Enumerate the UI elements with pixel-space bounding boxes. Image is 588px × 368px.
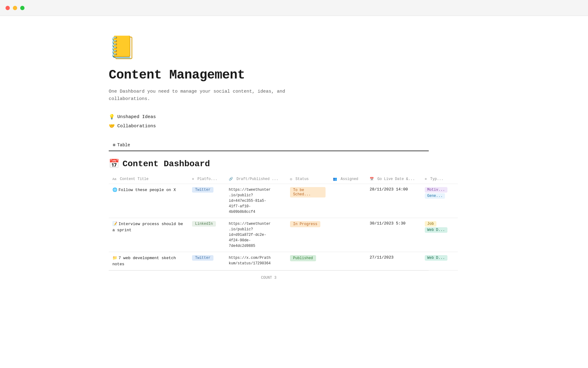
col-header-golive: 📅 Go Live Date &...	[366, 174, 421, 184]
url-text-0: https://tweethunter.io/public?id=447ec35…	[229, 188, 271, 214]
col-icon-golive: 📅	[370, 177, 374, 181]
section-icon: 📅	[109, 159, 119, 169]
collaborations-link[interactable]: 🤝 Collaborations	[109, 123, 429, 129]
status-badge-1: In Progress	[290, 221, 320, 227]
main-content: 📒 Content Management One Dashboard you n…	[0, 16, 429, 303]
col-header-title: Aa Content Title	[109, 174, 188, 184]
minimize-button[interactable]	[13, 6, 17, 10]
row-title-0: 🌐Follow these people on X	[112, 188, 176, 192]
row-title-2: 📁7 web development sketch notes	[112, 256, 176, 266]
section-title: 📅 Content Dashboard	[109, 159, 429, 169]
titlebar	[0, 0, 588, 16]
cell-platform-1: LinkedIn	[188, 218, 225, 252]
type-tag2-1: Web D...	[425, 227, 447, 233]
count-label: COUNT	[261, 276, 272, 280]
cell-status-2: Published	[286, 252, 329, 270]
table-section: ⊞ Table 📅 Content Dashboard Aa Content T…	[109, 140, 429, 285]
table-row[interactable]: 📁7 web development sketch notesTwitterht…	[109, 252, 458, 270]
table-header-row: Aa Content Title ≡ Platfo... 🔗 Draft/Pub…	[109, 174, 458, 184]
cell-type-0: Motiv...Gene...	[421, 184, 458, 218]
cell-assigned-2	[329, 252, 366, 270]
url-text-1: https://tweethunter.io/public?id=d91a872…	[229, 222, 271, 248]
cell-platform-2: Twitter	[188, 252, 225, 270]
page-title: Content Management	[109, 68, 429, 82]
platform-badge-0: Twitter	[192, 187, 213, 193]
col-icon-platform: ≡	[192, 177, 194, 181]
cell-golive-2: 27/11/2023	[366, 252, 421, 270]
cell-status-1: In Progress	[286, 218, 329, 252]
col-icon-draft: 🔗	[229, 177, 233, 181]
collaborations-icon: 🤝	[109, 123, 115, 129]
unshaped-ideas-link[interactable]: 💡 Unshaped Ideas	[109, 114, 429, 120]
platform-badge-2: Twitter	[192, 255, 213, 261]
cell-status-0: To be Sched...	[286, 184, 329, 218]
col-icon-title: Aa	[112, 177, 116, 181]
type-tag1-1: Job	[425, 221, 436, 227]
status-badge-2: Published	[290, 255, 316, 261]
row-title-1: 📝Interview process should be a sprint	[112, 222, 183, 232]
count-value: 3	[274, 276, 277, 280]
links-section: 💡 Unshaped Ideas 🤝 Collaborations	[109, 114, 429, 129]
type-tag1-0: Motiv...	[425, 187, 447, 193]
unshaped-ideas-label: Unshaped Ideas	[117, 114, 156, 120]
cell-golive-1: 30/11/2023 5:30	[366, 218, 421, 252]
data-table: Aa Content Title ≡ Platfo... 🔗 Draft/Pub…	[109, 174, 458, 270]
cell-url-2: https://x.com/Prathkum/status/17290364	[225, 252, 286, 270]
cell-title-2: 📁7 web development sketch notes	[109, 252, 188, 270]
col-header-type: ≡ Typ...	[421, 174, 458, 184]
col-header-draft: 🔗 Draft/Published ...	[225, 174, 286, 184]
cell-title-0: 🌐Follow these people on X	[109, 184, 188, 218]
type-tag2-0: Gene...	[425, 193, 445, 199]
col-header-status: ◎ Status	[286, 174, 329, 184]
type-tag1-2: Web D...	[425, 255, 447, 261]
cell-title-1: 📝Interview process should be a sprint	[109, 218, 188, 252]
page-icon: 📒	[109, 34, 429, 62]
platform-badge-1: LinkedIn	[192, 221, 216, 227]
section-title-text: Content Dashboard	[123, 159, 210, 169]
col-header-platform: ≡ Platfo...	[188, 174, 225, 184]
cell-assigned-1	[329, 218, 366, 252]
url-text-2: https://x.com/Prathkum/status/17290364	[229, 256, 271, 266]
tab-table[interactable]: ⊞ Table	[109, 140, 134, 151]
status-badge-0: To be Sched...	[290, 187, 326, 197]
table-tab-label: Table	[117, 143, 130, 148]
cell-url-0: https://tweethunter.io/public?id=447ec35…	[225, 184, 286, 218]
maximize-button[interactable]	[20, 6, 24, 10]
cell-url-1: https://tweethunter.io/public?id=d91a872…	[225, 218, 286, 252]
col-icon-status: ◎	[290, 177, 292, 181]
cell-type-1: JobWeb D...	[421, 218, 458, 252]
collaborations-label: Collaborations	[117, 124, 156, 129]
cell-assigned-0	[329, 184, 366, 218]
table-tab-icon: ⊞	[113, 143, 115, 148]
unshaped-ideas-icon: 💡	[109, 114, 115, 120]
count-footer: COUNT 3	[109, 270, 429, 285]
tab-bar: ⊞ Table	[109, 140, 429, 151]
cell-golive-0: 28/11/2023 14:00	[366, 184, 421, 218]
col-icon-assigned: 👥	[333, 177, 337, 181]
table-row[interactable]: 📝Interview process should be a sprintLin…	[109, 218, 458, 252]
cell-type-2: Web D...	[421, 252, 458, 270]
table-row[interactable]: 🌐Follow these people on XTwitterhttps://…	[109, 184, 458, 218]
col-header-assigned: 👥 Assigned	[329, 174, 366, 184]
close-button[interactable]	[6, 6, 10, 10]
col-icon-type: ≡	[425, 177, 427, 181]
cell-platform-0: Twitter	[188, 184, 225, 218]
page-description: One Dashboard you need to manage your so…	[109, 88, 317, 103]
